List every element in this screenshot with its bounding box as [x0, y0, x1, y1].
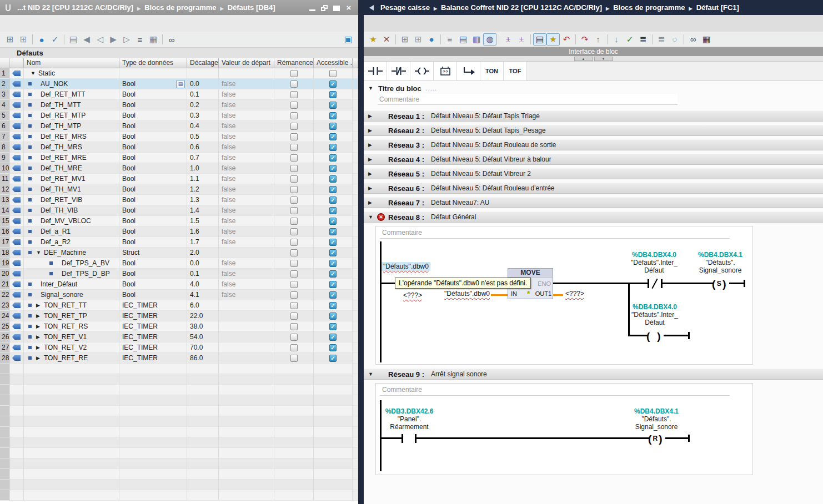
checkbox-unchecked[interactable] — [290, 123, 298, 130]
empty-box-button[interactable]: ?? — [434, 62, 457, 80]
scrollbar-track[interactable] — [353, 342, 358, 353]
expander-icon[interactable]: ▶ — [36, 345, 42, 350]
close-button[interactable]: × — [345, 4, 353, 11]
variable-name[interactable]: Signal_sonore — [41, 291, 83, 299]
breadcrumb-segment[interactable]: Défauts [DB4] — [228, 3, 275, 12]
scrollbar-track[interactable] — [353, 195, 358, 205]
block-title-row[interactable]: ▼ Titre du bloc ..... — [364, 83, 823, 94]
variable-name[interactable]: Def_TH_MTT — [41, 101, 81, 109]
checkbox-unchecked[interactable] — [290, 281, 298, 288]
checkbox-unchecked[interactable] — [290, 260, 298, 267]
monitor-all-icon[interactable]: ∞ — [165, 33, 178, 46]
start-value[interactable]: false — [222, 238, 235, 246]
network-title[interactable]: Arrêt signal sonore — [431, 370, 487, 378]
network-7-header[interactable]: ▶Réseau 7 :Défaut Niveau7: AU — [364, 197, 823, 208]
data-type[interactable]: Bool — [122, 238, 136, 246]
minimize-button[interactable] — [308, 4, 316, 11]
data-type[interactable]: Bool — [122, 133, 136, 140]
network-title[interactable]: Défaut Général — [431, 213, 476, 221]
network-6-header[interactable]: ▶Réseau 6 :Défaut Niveau 5: Défaut Roule… — [364, 183, 823, 194]
coil-button[interactable] — [410, 62, 434, 80]
table-row[interactable]: 17Def_a_R2Bool1.7false✓ — [0, 237, 358, 248]
checkbox-unchecked[interactable] — [290, 270, 298, 278]
network-title[interactable]: Défaut Niveau 5: Défaut Tapis_Pesage — [431, 127, 546, 134]
expander-icon[interactable]: ▶ — [36, 313, 42, 319]
checkbox-unchecked[interactable] — [290, 323, 298, 330]
checkbox-unchecked[interactable] — [290, 239, 298, 246]
checkbox-unchecked[interactable] — [290, 196, 298, 204]
operand-representation-icon[interactable]: ± — [515, 33, 528, 46]
checkbox-checked[interactable]: ✓ — [329, 313, 337, 320]
network-4-header[interactable]: ▶Réseau 4 :Défaut Niveau 5: Défaut Vibre… — [364, 154, 823, 165]
table-row[interactable]: 13Def_RET_VIBBool1.3false✓ — [0, 195, 358, 205]
load-snapshot-icon[interactable]: ▤ — [67, 33, 80, 46]
compile-icon[interactable]: ✓ — [623, 33, 636, 46]
scrollbar-track[interactable] — [353, 279, 358, 290]
checkbox-unchecked[interactable] — [290, 165, 298, 172]
insert-row-icon[interactable]: ⊞ — [3, 33, 17, 46]
scrollbar-track[interactable] — [353, 68, 358, 79]
checkbox-checked[interactable]: ✓ — [329, 123, 337, 130]
variable-name[interactable]: Def_RET_MRE — [41, 154, 87, 162]
table-row[interactable]: 25▶TON_RET_RSIEC_TIMER38.0✓ — [0, 321, 358, 332]
checkbox-checked[interactable]: ✓ — [329, 344, 337, 351]
checkbox-unchecked[interactable] — [290, 334, 298, 341]
show-overview-icon[interactable]: ▤ — [533, 33, 546, 46]
scrollbar-track[interactable] — [353, 290, 358, 300]
download-to-device-icon[interactable]: ↓ — [610, 33, 623, 46]
variable-name[interactable]: AU_NOK — [41, 80, 68, 88]
variable-name[interactable]: Def_RET_MTP — [41, 112, 86, 119]
column-header[interactable]: Accessible ... — [314, 58, 353, 68]
checkbox-unchecked[interactable] — [290, 144, 298, 151]
breadcrumb-segment[interactable]: Balance Coffret NID 22 [CPU 1212C AC/DC/… — [441, 3, 602, 12]
network-3-header[interactable]: ▶Réseau 3 :Défaut Niveau 5: Défaut Roule… — [364, 139, 823, 150]
checkbox-unchecked[interactable] — [290, 344, 298, 351]
block-comment-field[interactable]: Commentaire — [378, 94, 678, 105]
start-value[interactable]: false — [222, 112, 235, 119]
nc-contact-button[interactable] — [387, 62, 410, 80]
expander-icon[interactable]: ▼ — [31, 70, 36, 76]
checkbox-checked[interactable]: ✓ — [329, 154, 337, 162]
table-row[interactable]: 27▶TON_RET_V2IEC_TIMER70.0✓ — [0, 342, 358, 353]
compare-placeholder-operand[interactable]: <???> — [397, 291, 428, 299]
checkbox-unchecked[interactable] — [329, 70, 337, 77]
breadcrumb-segment[interactable]: Blocs de programme — [613, 3, 685, 12]
data-type[interactable]: Bool — [122, 154, 136, 162]
network-comment-field[interactable]: Commentaire — [380, 229, 730, 239]
checkbox-checked[interactable]: ✓ — [329, 260, 337, 267]
table-row[interactable]: 3Def_RET_MTTBool0.1false✓ — [0, 89, 358, 100]
scrollbar-track[interactable] — [353, 258, 358, 269]
table-row[interactable]: 28▶TON_RET_REIEC_TIMER86.0✓ — [0, 353, 358, 364]
variable-name[interactable]: Def_MV_VBLOC — [41, 217, 91, 225]
variable-name[interactable]: Inter_Défaut — [41, 280, 77, 288]
table-row[interactable]: 8Def_TH_MRSBool0.6false✓ — [0, 142, 358, 153]
checkbox-checked[interactable]: ✓ — [329, 323, 337, 330]
output-coil-label[interactable]: %DB4.DBX4.0 "Défauts".Inter_ Défaut — [624, 303, 685, 326]
expand-triangle-icon[interactable]: ▶ — [368, 200, 374, 205]
find-operand-icon[interactable]: ◌ — [668, 33, 681, 46]
checkbox-unchecked[interactable] — [290, 91, 298, 98]
checkbox-unchecked[interactable] — [290, 291, 298, 299]
scrollbar-track[interactable] — [353, 332, 358, 342]
favorites-toggle-icon[interactable]: ★ — [546, 33, 560, 46]
data-type[interactable]: IEC_TIMER — [122, 301, 158, 309]
checkbox-checked[interactable]: ✓ — [329, 239, 337, 246]
data-type[interactable]: Bool — [122, 143, 136, 151]
checkbox-checked[interactable]: ✓ — [329, 112, 337, 119]
data-type[interactable]: Bool — [122, 175, 136, 183]
set-coil[interactable]: (S) — [712, 278, 726, 290]
variable-name[interactable]: Def_TH_MRS — [41, 143, 82, 151]
table-row[interactable]: 24▶TON_RET_TPIEC_TIMER22.0✓ — [0, 311, 358, 321]
variable-name[interactable]: DEF_Machine — [44, 249, 86, 256]
block-interface-bar[interactable]: Interface de bloc — [364, 47, 823, 56]
checkbox-unchecked[interactable] — [290, 70, 298, 77]
scrollbar-track[interactable] — [353, 184, 358, 195]
checkbox-unchecked[interactable] — [290, 302, 298, 309]
table-row[interactable]: 1▼Static — [0, 68, 358, 79]
data-type[interactable]: Bool — [122, 259, 136, 267]
expand-all-rows-icon[interactable]: ≡ — [133, 33, 147, 46]
data-type[interactable]: IEC_TIMER — [122, 354, 158, 362]
undo-icon[interactable]: ↶ — [560, 33, 573, 46]
reset-start-values-icon[interactable]: ● — [425, 33, 438, 46]
copy-snapshot-to-start-icon[interactable]: ◀ — [80, 33, 93, 46]
